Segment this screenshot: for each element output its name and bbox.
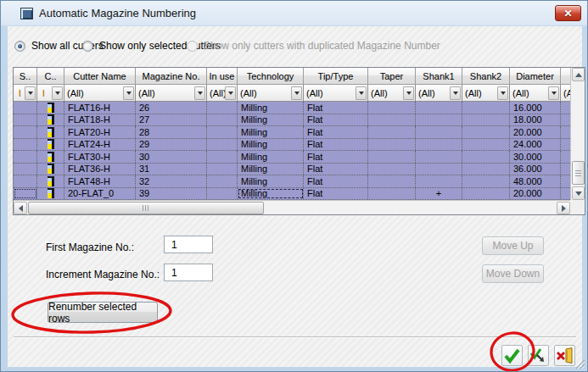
cell-in-use[interactable] xyxy=(207,151,238,163)
column-header-cutter-name[interactable]: Cutter Name xyxy=(64,68,136,85)
table-row-flat16-h[interactable]: FLAT16-H26MillingFlat16.000 xyxy=(14,102,570,114)
dropdown-arrow-icon[interactable] xyxy=(291,86,302,100)
cell-selected[interactable] xyxy=(14,139,37,151)
vertical-scroll-thumb[interactable] xyxy=(572,161,585,185)
filter-dropdown-ho[interactable]: (All) xyxy=(561,85,570,102)
cell-in-use[interactable] xyxy=(207,139,238,151)
cell-technology[interactable]: Milling xyxy=(238,139,304,151)
cell-tip-type[interactable]: Flat xyxy=(304,114,368,126)
cell-taper[interactable] xyxy=(368,151,416,163)
cell-holder[interactable] xyxy=(561,139,570,151)
cell-taper[interactable] xyxy=(368,164,416,175)
cell-technology[interactable]: Milling xyxy=(238,175,304,187)
cell-cutter-icon[interactable] xyxy=(37,175,64,187)
renumber-selected-rows-button[interactable]: Renumber selected rows xyxy=(48,302,158,323)
cell-diameter[interactable]: 30.000 xyxy=(510,151,561,163)
column-header-s[interactable]: S.. xyxy=(14,68,37,85)
scroll-right-button[interactable] xyxy=(557,202,570,214)
cell-cutter-icon[interactable] xyxy=(37,102,64,114)
table-row-flat24-h[interactable]: FLAT24-H29MillingFlat24.000 xyxy=(14,139,570,152)
filter-dropdown-shank1[interactable]: (All) xyxy=(416,85,462,102)
cell-selected[interactable] xyxy=(14,126,37,138)
filter-dropdown-shank2[interactable]: (All) xyxy=(462,85,510,102)
dropdown-arrow-icon[interactable] xyxy=(194,86,205,100)
cell-technology[interactable]: Milling xyxy=(238,102,304,114)
cell-cutter-icon[interactable] xyxy=(37,139,64,151)
increment-magazine-input[interactable] xyxy=(164,264,213,281)
cell-diameter[interactable]: 20.000 xyxy=(510,188,561,200)
column-header-shank2[interactable]: Shank2 xyxy=(462,68,510,85)
column-header-technology[interactable]: Technology xyxy=(238,68,304,85)
cell-cutter-name[interactable]: FLAT30-H xyxy=(64,151,136,163)
filter-dropdown-technology[interactable]: (All) xyxy=(238,85,304,102)
cell-shank2[interactable] xyxy=(462,126,510,138)
cell-cutter-icon[interactable] xyxy=(37,164,64,175)
horizontal-scroll-thumb[interactable] xyxy=(28,202,264,214)
cell-tip-type[interactable]: Flat xyxy=(304,151,368,163)
cell-cutter-icon[interactable] xyxy=(37,114,64,126)
cell-holder[interactable] xyxy=(561,188,570,200)
cell-taper[interactable] xyxy=(368,139,416,151)
cell-tip-type[interactable]: Flat xyxy=(304,175,368,187)
cell-in-use[interactable] xyxy=(207,188,238,200)
cell-magazine-no[interactable]: 31 xyxy=(136,164,207,175)
table-row-20-flat-0[interactable]: 20-FLAT_039MillingFlat+20.000 xyxy=(14,188,570,201)
cell-selected[interactable] xyxy=(14,151,37,163)
filter-dropdown-magazine-no[interactable]: (All) xyxy=(136,85,207,102)
cell-cutter-name[interactable]: FLAT48-H xyxy=(64,175,136,187)
table-row-flat20-h[interactable]: FLAT20-H28MillingFlat20.000 xyxy=(14,126,570,139)
cell-cutter-icon[interactable] xyxy=(37,188,64,200)
cell-diameter[interactable]: 18.000 xyxy=(510,114,561,126)
dropdown-arrow-icon[interactable] xyxy=(548,86,559,100)
cell-cutter-name[interactable]: FLAT36-H xyxy=(64,164,136,175)
cell-technology[interactable]: Milling xyxy=(238,151,304,163)
column-header-diameter[interactable]: Diameter xyxy=(510,68,561,85)
dropdown-arrow-icon[interactable] xyxy=(356,86,367,100)
cell-shank2[interactable] xyxy=(462,151,510,163)
cell-selected[interactable] xyxy=(14,102,37,114)
dropdown-arrow-icon[interactable] xyxy=(123,86,134,100)
filter-dropdown-cutter-name[interactable]: (All) xyxy=(64,85,136,102)
cell-taper[interactable] xyxy=(368,102,416,114)
cell-cutter-name[interactable]: FLAT24-H xyxy=(64,139,136,151)
column-header-magazine-no[interactable]: Magazine No. xyxy=(136,68,207,85)
cell-holder[interactable] xyxy=(561,126,570,138)
filter-dropdown-in-use[interactable]: (All) xyxy=(207,85,238,102)
cell-tip-type[interactable]: Flat xyxy=(304,164,368,175)
cell-in-use[interactable] xyxy=(207,114,238,126)
cell-selected[interactable] xyxy=(14,188,37,200)
scroll-up-button[interactable] xyxy=(572,68,585,81)
cell-tip-type[interactable]: Flat xyxy=(304,188,368,200)
column-header-shank1[interactable]: Shank1 xyxy=(416,68,462,85)
close-button[interactable]: ✕ xyxy=(555,5,581,21)
cell-cutter-icon[interactable] xyxy=(37,126,64,138)
scroll-left-button[interactable] xyxy=(14,202,27,214)
cell-in-use[interactable] xyxy=(207,175,238,187)
cell-shank2[interactable] xyxy=(462,175,510,187)
cell-shank1[interactable] xyxy=(416,151,462,163)
cell-selected[interactable] xyxy=(14,175,37,187)
table-row-flat36-h[interactable]: FLAT36-H31MillingFlat36.000 xyxy=(14,164,570,176)
cell-shank1[interactable] xyxy=(416,175,462,187)
cell-magazine-no[interactable]: 39 xyxy=(136,188,207,200)
column-header-in-use[interactable]: In use xyxy=(207,68,238,85)
cell-diameter[interactable]: 16.000 xyxy=(510,102,561,114)
cell-technology[interactable]: Milling xyxy=(238,126,304,138)
table-row-flat18-h[interactable]: FLAT18-H27MillingFlat18.000 xyxy=(14,114,570,127)
cell-shank2[interactable] xyxy=(462,139,510,151)
filter-dropdown-s[interactable]: ❙ xyxy=(14,85,37,102)
cell-cutter-name[interactable]: FLAT18-H xyxy=(64,114,136,126)
cell-shank2[interactable] xyxy=(462,188,510,200)
cell-magazine-no[interactable]: 29 xyxy=(136,139,207,151)
cell-cutter-name[interactable]: 20-FLAT_0 xyxy=(64,188,136,200)
cell-taper[interactable] xyxy=(368,126,416,138)
cell-holder[interactable] xyxy=(561,175,570,187)
apply-button[interactable] xyxy=(528,345,549,366)
scroll-down-button[interactable] xyxy=(572,186,585,200)
cell-tip-type[interactable]: Flat xyxy=(304,126,368,138)
column-header-c[interactable]: C.. xyxy=(37,68,64,85)
table-row-flat30-h[interactable]: FLAT30-H30MillingFlat30.000 xyxy=(14,151,570,164)
cell-holder[interactable] xyxy=(561,164,570,175)
cell-shank1[interactable] xyxy=(416,126,462,138)
dropdown-arrow-icon[interactable] xyxy=(450,86,461,100)
